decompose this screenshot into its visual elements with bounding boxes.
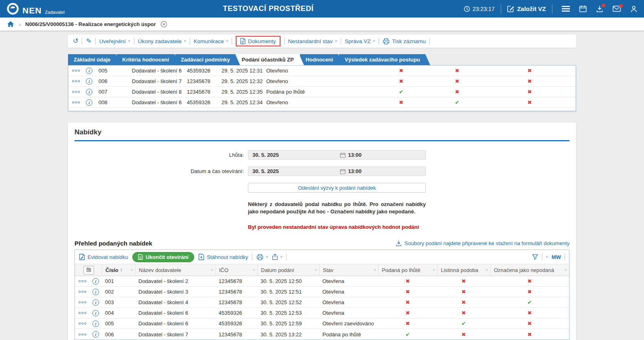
info-icon[interactable]: i [92, 289, 99, 295]
row-menu-button[interactable] [79, 333, 86, 336]
close-tab-icon[interactable] [160, 21, 167, 28]
downloads-button[interactable] [596, 5, 603, 13]
menu-komunikace[interactable]: Komunikace▿ [194, 38, 228, 44]
divider [286, 254, 287, 260]
cell-number: 006 [102, 331, 135, 338]
row-menu-button[interactable] [79, 312, 86, 314]
print-record-button[interactable]: Tisk záznamu [383, 38, 426, 44]
calendar-icon[interactable] [337, 169, 348, 174]
tab-zakladni-udaje[interactable]: Základní údaje [68, 54, 120, 65]
document-download-icon [198, 254, 204, 260]
info-icon[interactable]: i [86, 89, 92, 95]
row-menu-button[interactable] [72, 70, 80, 72]
column-header-ico[interactable]: IČO▿ [215, 264, 257, 276]
cell-date: 29. 5. 2025 12:31 [218, 68, 263, 74]
calendar-icon[interactable] [337, 152, 348, 158]
calendar-button[interactable] [579, 5, 587, 12]
export-menu-button[interactable]: ▿ [272, 254, 283, 260]
user-profile-button[interactable] [630, 5, 637, 13]
row-menu-button[interactable] [72, 91, 80, 93]
opening-time-input[interactable]: 13:00 [348, 168, 425, 174]
filter-caret-icon[interactable]: ▿ [433, 268, 435, 272]
filter-caret-icon[interactable]: ▿ [486, 268, 488, 272]
tab-podani-ucastniku-zp[interactable]: Podání účastníků ZP [236, 54, 304, 65]
menu-sprava-vz[interactable]: Správa VZ▿ [345, 38, 375, 44]
filter-caret-icon[interactable]: ▿ [315, 268, 317, 272]
printer-icon [256, 254, 263, 260]
column-header-nazev-dodavatele[interactable]: Název dodavatele▿ [135, 264, 215, 276]
filter-caret-icon[interactable]: ▿ [211, 268, 213, 272]
nen-logo-home-link[interactable]: NEN Zadavatel [7, 2, 65, 15]
column-header-datum-podani[interactable]: Datum podání▿ [257, 264, 319, 276]
saved-view-label[interactable]: MW [552, 254, 561, 260]
tab-kriteria-hodnoceni[interactable]: Kritéria hodnocení [116, 54, 179, 65]
row-menu-button[interactable] [72, 80, 80, 82]
table-row: i 001 Dodavatel - školení 2 12345678 30.… [75, 276, 569, 287]
column-header-oznacena-jako-nepodana[interactable]: Označena jako nepodaná▿ [490, 264, 569, 276]
finish-opening-button[interactable]: Ukončit otevírání [132, 252, 194, 262]
filter-caret-icon[interactable]: ▿ [131, 268, 133, 272]
submission-files-link[interactable]: Soubory podání najdete připravené ke sta… [396, 240, 570, 246]
column-header-cislo[interactable]: Číslo ↑ ▿ [102, 264, 135, 276]
deadline-field: 30. 5. 2025 13:00 [248, 150, 426, 160]
row-menu-button[interactable] [79, 291, 86, 293]
chevron-down-icon: ▿ [128, 39, 130, 43]
home-icon[interactable] [7, 21, 14, 27]
filter-caret-icon[interactable]: ▿ [374, 268, 376, 272]
cell-ico: 12345678 [184, 89, 218, 95]
edit-pencil-icon[interactable]: ✎ [86, 38, 91, 44]
tab-hodnoceni[interactable]: Hodnocení [300, 54, 343, 65]
late-offer-note: Některý z dodavatelů podal nabídku po lh… [248, 201, 426, 215]
not-submitted-flag: ✖ [490, 331, 569, 338]
column-header-stav[interactable]: Stav▿ [319, 264, 378, 276]
breadcrumb-item[interactable]: N006/25/V00005136 - Realizace energetick… [25, 21, 156, 27]
print-menu-button[interactable]: ▿ [256, 254, 268, 260]
deadline-date-input[interactable]: 30. 5. 2025 [248, 152, 337, 158]
cell-date: 30. 5. 2025 12:59 [257, 320, 319, 327]
deadline-label: Lhůta: [74, 152, 248, 158]
create-vz-button[interactable]: Založit VZ [507, 5, 546, 12]
info-icon[interactable]: i [92, 310, 99, 316]
environment-title: TESTOVACÍ PROSTŘEDÍ [223, 4, 314, 13]
menu-dokumenty[interactable]: Dokumenty [240, 38, 276, 44]
tab-vysledek-zadavaciho-postupu[interactable]: Výsledek zadávacího postupu [339, 54, 430, 65]
chevron-down-icon[interactable]: ▿ [546, 255, 548, 259]
cell-supplier: Dodavatel - školení 7 [135, 331, 215, 338]
info-icon[interactable]: i [92, 278, 99, 285]
register-offer-button[interactable]: Evidovat nabídku [79, 254, 128, 260]
row-menu-button[interactable] [72, 101, 80, 103]
row-menu-button[interactable] [79, 322, 86, 325]
filter-icon[interactable] [532, 254, 538, 260]
column-header-listinna-podoba[interactable]: Listinná podoba▿ [437, 264, 490, 276]
deadline-time-input[interactable]: 13:00 [348, 152, 425, 158]
row-menu-button[interactable] [79, 301, 86, 303]
history-icon[interactable]: ↺ [73, 38, 78, 44]
menu-uverejneni[interactable]: Uveřejnění▿ [99, 38, 130, 44]
menu-nestandardni-stav[interactable]: Nestandardní stav▿ [288, 38, 337, 44]
chevron-down-icon: ▿ [335, 39, 337, 43]
tab-zadavaci-podminky[interactable]: Zadávací podmínky [175, 54, 240, 65]
main-menu-button[interactable] [562, 6, 570, 12]
row-menu-button[interactable] [79, 280, 86, 282]
info-icon[interactable]: i [92, 320, 99, 327]
paper-form-flag: ✖ [431, 89, 484, 95]
info-icon[interactable]: i [86, 78, 92, 85]
column-header-podana-po-lhute[interactable]: Podaná po lhůtě▿ [378, 264, 437, 276]
filter-caret-icon[interactable]: ▿ [565, 268, 567, 272]
download-icon [396, 240, 402, 246]
send-invitation-button[interactable]: Odeslání výzvy k podání nabídek [248, 183, 426, 193]
dokumenty-highlight-box: Dokumenty [236, 36, 280, 46]
info-icon[interactable]: i [92, 299, 99, 306]
messages-button[interactable] [613, 6, 621, 12]
download-offers-button[interactable]: Stáhnout nabídky [198, 254, 248, 260]
column-settings-button[interactable] [83, 266, 94, 274]
info-icon[interactable]: i [86, 68, 92, 74]
info-icon[interactable]: i [86, 99, 92, 106]
cell-status: Otevření zaevidováno [319, 320, 378, 327]
info-icon[interactable]: i [92, 331, 99, 338]
opening-date-input[interactable]: 30. 5. 2025 [248, 168, 337, 174]
late-flag: ✖ [378, 310, 437, 316]
table-row: i 006 Dodavatel - školení 7 12345678 30.… [75, 329, 569, 340]
filter-caret-icon[interactable]: ▿ [253, 268, 255, 272]
menu-ukony-zadavatele[interactable]: Úkony zadavatele▿ [138, 38, 186, 44]
